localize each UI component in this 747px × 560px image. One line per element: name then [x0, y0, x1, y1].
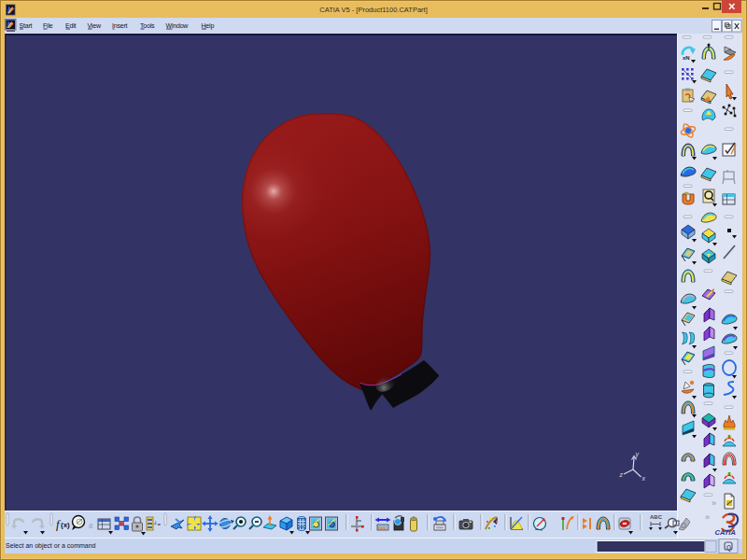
svg-text:(x): (x): [61, 521, 70, 529]
svg-text:uuu: uuu: [378, 525, 387, 530]
svg-text:»: »: [712, 498, 716, 508]
svg-text:»: »: [705, 512, 710, 522]
svg-text:Insert: Insert: [112, 22, 128, 29]
svg-text:CATIA: CATIA: [715, 528, 736, 537]
svg-text:x: x: [641, 475, 646, 482]
svg-text:ABC: ABC: [650, 514, 663, 520]
svg-text:y: y: [635, 451, 640, 458]
svg-text:8: 8: [89, 522, 93, 530]
svg-text:CATIA V5 - [Product1100.CATPar: CATIA V5 - [Product1100.CATPart]: [319, 6, 427, 14]
svg-text:File: File: [43, 22, 53, 29]
svg-text:Select an object or a command: Select an object or a command: [6, 542, 96, 550]
svg-text:Help: Help: [202, 22, 215, 30]
svg-text:Q: Q: [726, 544, 731, 552]
svg-text:Window: Window: [166, 22, 190, 29]
svg-text:Tools: Tools: [140, 22, 155, 29]
svg-text:╯=: ╯=: [153, 521, 162, 527]
svg-text:Start: Start: [20, 22, 33, 29]
svg-text:View: View: [88, 22, 102, 29]
svg-text:Edit: Edit: [65, 22, 77, 29]
svg-text:z: z: [619, 471, 624, 478]
svg-text:xN: xN: [683, 55, 690, 61]
